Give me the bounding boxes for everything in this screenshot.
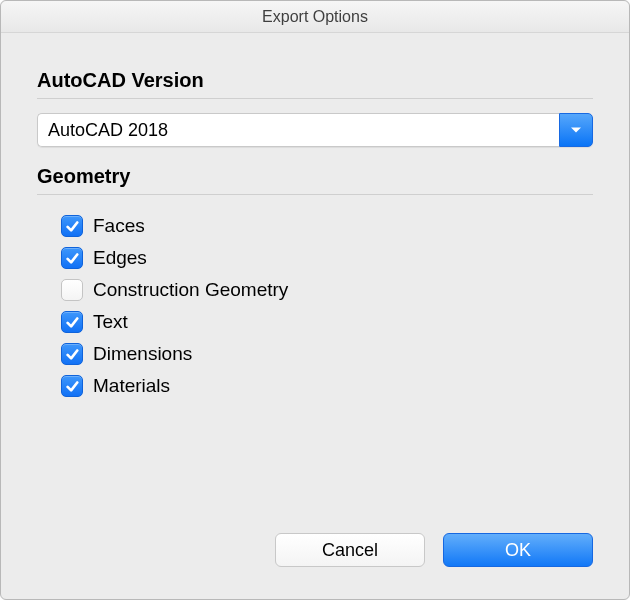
section-divider [37, 98, 593, 99]
checkbox-faces[interactable] [61, 215, 83, 237]
cancel-button[interactable]: Cancel [275, 533, 425, 567]
checkbox-row-text[interactable]: Text [61, 311, 593, 333]
chevron-down-icon [559, 113, 593, 147]
geometry-heading: Geometry [37, 165, 593, 188]
autocad-version-select[interactable]: AutoCAD 2018 [37, 113, 593, 147]
autocad-version-value: AutoCAD 2018 [37, 113, 559, 147]
checkbox-materials[interactable] [61, 375, 83, 397]
checkbox-row-materials[interactable]: Materials [61, 375, 593, 397]
ok-button[interactable]: OK [443, 533, 593, 567]
checkbox-label: Faces [93, 215, 145, 237]
checkbox-dimensions[interactable] [61, 343, 83, 365]
autocad-version-heading: AutoCAD Version [37, 69, 593, 92]
checkbox-row-faces[interactable]: Faces [61, 215, 593, 237]
checkbox-row-dimensions[interactable]: Dimensions [61, 343, 593, 365]
checkbox-row-edges[interactable]: Edges [61, 247, 593, 269]
checkbox-edges[interactable] [61, 247, 83, 269]
geometry-options-list: Faces Edges Construction Geometry Text [37, 209, 593, 407]
checkbox-row-construction-geometry[interactable]: Construction Geometry [61, 279, 593, 301]
checkbox-label: Materials [93, 375, 170, 397]
checkbox-text[interactable] [61, 311, 83, 333]
section-divider [37, 194, 593, 195]
checkbox-label: Dimensions [93, 343, 192, 365]
checkbox-label: Edges [93, 247, 147, 269]
export-options-dialog: Export Options AutoCAD Version AutoCAD 2… [0, 0, 630, 600]
window-title: Export Options [1, 1, 629, 33]
checkbox-label: Text [93, 311, 128, 333]
dialog-button-row: Cancel OK [37, 513, 593, 579]
dialog-content: AutoCAD Version AutoCAD 2018 Geometry Fa… [1, 33, 629, 599]
checkbox-construction-geometry[interactable] [61, 279, 83, 301]
checkbox-label: Construction Geometry [93, 279, 288, 301]
